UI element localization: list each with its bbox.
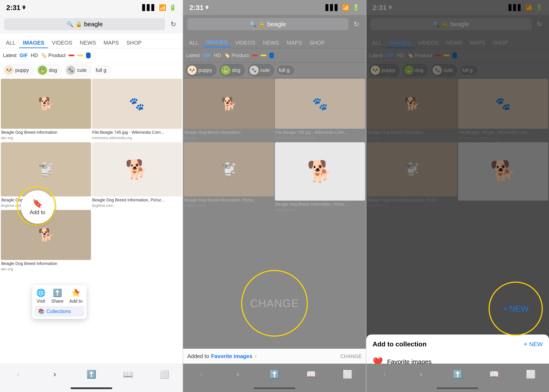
signal-icon-2: ▋▋▋	[326, 4, 339, 11]
chip-avatar-dog-2: 🐕	[221, 66, 230, 75]
forward-button-1[interactable]: ›	[49, 368, 61, 381]
forward-button-3[interactable]: ›	[415, 368, 427, 381]
context-visit[interactable]: 🌐 Visit	[36, 288, 46, 304]
filter-color-blue-1[interactable]	[86, 52, 90, 58]
chip-puppy-1[interactable]: 🐶 puppy	[3, 64, 33, 76]
location-icon-2	[205, 5, 209, 10]
tab-maps-1[interactable]: MAPS	[100, 40, 123, 48]
tab-images-2[interactable]: IMAGES	[202, 39, 231, 48]
image-beagle3-1[interactable]: 🐩	[1, 142, 91, 196]
filter-hd-2[interactable]: HD	[214, 52, 221, 58]
source3-2: dogtime.com	[184, 203, 274, 208]
reload-button-1[interactable]: ↻	[168, 20, 179, 28]
filter-color-yellow-1[interactable]	[77, 55, 83, 56]
filter-latest-2[interactable]: Latest	[186, 52, 200, 58]
status-icons-1: ▋▋▋ 📶 🔋	[142, 4, 176, 11]
tab-shop-2[interactable]: SHOP	[306, 40, 329, 48]
share-button-2[interactable]: ⬆️	[268, 368, 281, 381]
tab-all-1[interactable]: ALL	[2, 40, 19, 48]
filter-hd-1[interactable]: HD	[31, 52, 38, 58]
filter-latest-1[interactable]: Latest	[3, 52, 16, 58]
forward-button-2[interactable]: ›	[232, 368, 244, 381]
tab-images-1[interactable]: IMAGES	[19, 40, 48, 48]
context-menu-1: 🌐 Visit ⬆️ Share ⭐ 🔖 Add to 📚 Collection…	[32, 285, 86, 319]
image-beagle4-1[interactable]: 🐕	[92, 142, 182, 196]
search-icon: 🔍	[67, 21, 73, 28]
filter-color-blue-2[interactable]	[269, 52, 274, 58]
filter-gif-2[interactable]: GIF	[203, 52, 211, 58]
grid-col-right-1: 🐾 File:Beagle 745.jpg - Wikimedia Com...…	[92, 79, 182, 363]
filter-color-yellow-2[interactable]	[261, 55, 266, 56]
tabs-button-3[interactable]: ⬜	[524, 368, 537, 381]
battery-icon-2: 🔋	[352, 4, 360, 11]
lock-icon-2: 🔒	[258, 21, 265, 28]
back-button-2[interactable]: ‹	[195, 368, 208, 381]
tab-shop-1[interactable]: SHOP	[123, 40, 146, 48]
filter-color-red-1[interactable]	[69, 55, 74, 56]
image-beagle1-1[interactable]: 🐕	[1, 79, 91, 129]
share-button-1[interactable]: ⬆️	[85, 368, 98, 381]
bookmarks-button-2[interactable]: 📖	[305, 368, 317, 381]
panel-3: 2:31 ▋▋▋ 📶 🔋 🔍 🔒 beagle ↻ ALL IMAGES VID…	[366, 0, 549, 392]
share-button-3[interactable]: ⬆️	[451, 368, 464, 381]
bookmarks-button-3[interactable]: 📖	[488, 368, 500, 381]
panel-1: 2:31 ▋▋▋ 📶 🔋 🔍 🔒 beagle ↻ ALL IMAGES VID…	[0, 0, 183, 392]
bottom-toolbar-2: ‹ › ⬆️ 📖 ⬜	[183, 364, 366, 385]
chip-dog-1[interactable]: 🐕 dog	[36, 64, 62, 76]
chip-fullg-2[interactable]: full g	[278, 66, 294, 75]
source-beagle4-1: dogtime.com	[92, 203, 182, 208]
bookmarks-button-1[interactable]: 📖	[122, 368, 134, 381]
filter-color-red-2[interactable]	[252, 55, 258, 56]
address-text-2[interactable]: beagle	[267, 21, 286, 28]
tab-all-2[interactable]: ALL	[185, 40, 202, 48]
context-share[interactable]: ⬆️ Share	[51, 288, 63, 304]
added-change[interactable]: CHANGE	[340, 353, 362, 359]
tab-bar-2: ALL IMAGES VIDEOS NEWS MAPS SHOP	[183, 33, 366, 48]
image-beagle4-2[interactable]: 🐕	[275, 142, 365, 201]
chip-cute-2[interactable]: 🐾 cute	[248, 64, 274, 76]
image-grid-2: 🐕 Beagle Dog Breed Information akc.org 🐩…	[183, 78, 366, 364]
back-button-3[interactable]: ‹	[378, 368, 391, 381]
added-collection[interactable]: Favorite images	[211, 353, 252, 359]
search-icon-2: 🔍	[250, 21, 256, 28]
context-addto[interactable]: ⭐ 🔖 Add to	[69, 288, 83, 304]
chips-row-1: 🐶 puppy 🐕 dog 🐾 cute full g	[0, 63, 183, 78]
added-bar: Added to Favorite images ● CHANGE	[183, 349, 366, 364]
tabs-button-1[interactable]: ⬜	[158, 368, 171, 381]
caption-beagle1-1: Beagle Dog Breed Information	[1, 130, 91, 135]
added-text: Added to	[187, 353, 209, 359]
tabs-button-2[interactable]: ⬜	[341, 368, 354, 381]
filter-product-2[interactable]: 🏷️ Product	[224, 52, 249, 58]
back-button-1[interactable]: ‹	[12, 368, 25, 381]
status-time-1: 2:31	[6, 4, 26, 12]
address-text-1[interactable]: beagle	[84, 21, 103, 28]
chips-row-2: 🐶 puppy 🐕 dog 🐾 cute full g	[183, 63, 366, 78]
add-to-bubble[interactable]: 🔖 Add to	[21, 190, 54, 224]
tab-news-1[interactable]: NEWS	[76, 40, 100, 48]
source4-2: dogtime.com	[275, 208, 365, 212]
tab-maps-2[interactable]: MAPS	[283, 40, 306, 48]
chip-fullg-1[interactable]: full g	[94, 66, 111, 75]
tab-videos-1[interactable]: VIDEOS	[48, 40, 76, 48]
image-beagle2-2[interactable]: 🐾	[275, 79, 365, 129]
new-button-header[interactable]: + NEW	[524, 340, 543, 348]
filter-product-1[interactable]: 🏷️ Product	[41, 52, 66, 58]
collections-button[interactable]: 📚 Collections	[34, 306, 84, 317]
reload-button-2[interactable]: ↻	[351, 20, 362, 28]
tab-bar-1: ALL IMAGES VIDEOS NEWS MAPS SHOP	[0, 33, 183, 48]
address-field-2[interactable]: 🔍 🔒 beagle	[187, 18, 348, 30]
filter-gif-1[interactable]: GIF	[19, 52, 28, 58]
bookmark2-icon: 🔖	[74, 288, 80, 294]
tab-news-2[interactable]: NEWS	[259, 40, 283, 48]
image-beagle3-2[interactable]: 🐩	[184, 142, 274, 196]
chip-dog-2[interactable]: 🐕 dog	[220, 64, 245, 76]
image-beagle2-1[interactable]: 🐾	[92, 79, 182, 129]
chip-cute-1[interactable]: 🐾 cute	[65, 64, 91, 76]
battery-icon: 🔋	[169, 4, 176, 11]
address-field-1[interactable]: 🔍 🔒 beagle	[4, 18, 165, 30]
source-beagle5-1: akc.org	[1, 267, 91, 271]
image-beagle1-2[interactable]: 🐕	[184, 79, 274, 129]
chip-puppy-2[interactable]: 🐶 puppy	[186, 64, 216, 76]
chip-avatar-cute-2: 🐾	[250, 66, 259, 75]
tab-videos-2[interactable]: VIDEOS	[231, 40, 259, 48]
